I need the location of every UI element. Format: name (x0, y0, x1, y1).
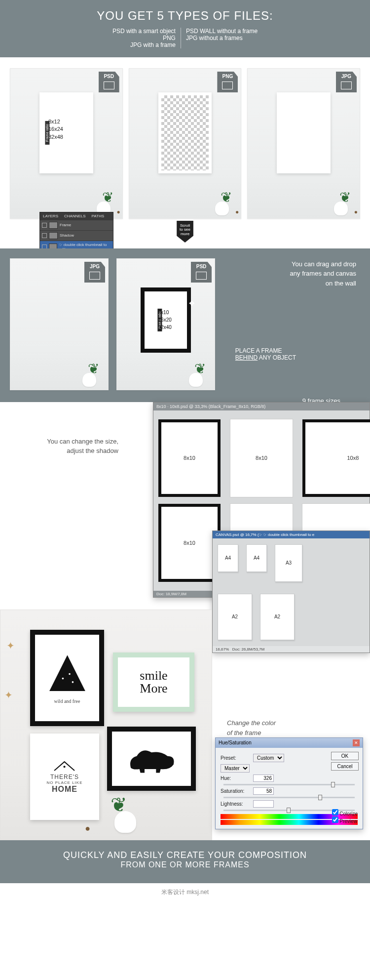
colorize-checkbox[interactable]: Colorize (332, 809, 358, 817)
close-icon[interactable]: ✕ (353, 739, 360, 746)
image-icon (341, 82, 352, 89)
visibility-icon[interactable] (42, 223, 47, 228)
cancel-button[interactable]: Cancel (331, 762, 359, 771)
layer-thumb (49, 222, 58, 229)
footer-line: FROM ONE OR MORE FRAMES (5, 860, 365, 869)
credit-line: 米客设计 mksj.net (0, 883, 370, 904)
draggable-frame[interactable]: Frame ratio 8x10 16x20 32x40 ✥ (141, 287, 191, 353)
canvas-sample[interactable]: A3 (275, 544, 302, 582)
file-type: PSD with a smart object (112, 28, 176, 35)
dialog-titlebar[interactable]: Hue/Saturation ✕ (216, 738, 363, 748)
lightness-label: Lightness: (221, 801, 250, 807)
mockup-jpg: JPG ❦ ● (247, 68, 360, 219)
panel-tabs[interactable]: LAYERS CHANNELS PATHS (40, 212, 113, 220)
frame-size: 8x12 (48, 118, 63, 125)
svg-marker-0 (49, 655, 85, 691)
preset-select[interactable]: Custom (253, 754, 284, 762)
hue-input[interactable] (253, 775, 274, 782)
gallery-frame-bear (107, 727, 196, 791)
layer-row[interactable]: Shadow (40, 230, 113, 241)
layer-name: Shadow (60, 233, 74, 238)
frame-size: 16x24 (48, 125, 63, 133)
canvas-sample[interactable]: A4 (246, 544, 267, 572)
photoshop-layers-panel[interactable]: LAYERS CHANNELS PATHS Frame Shadow ☞ dou… (39, 212, 113, 253)
vase-decor (215, 202, 229, 215)
gallery-frame-smile: smileMore (113, 653, 194, 712)
lightness-input[interactable] (253, 800, 274, 808)
canvas-sample[interactable]: A4 (218, 544, 238, 572)
tepee-icon (45, 652, 90, 696)
mockup-psd-wall: PSD Frame ratio 8x10 16x20 32x40 ✥ ❦ (116, 258, 215, 390)
divider (181, 28, 181, 48)
frame-preview (277, 92, 331, 173)
layer-name: Frame (60, 223, 71, 227)
caption: wild and free (35, 698, 99, 704)
frame-size: 8x10 (158, 309, 172, 316)
window-titlebar[interactable]: CANVAS.psd @ 16,7% (☞ ☞ double click thu… (213, 531, 370, 538)
mockup-jpg-noframe: JPG ❦ (10, 258, 109, 390)
frame-transparent (158, 92, 212, 173)
slider-knob[interactable] (318, 795, 322, 800)
transparency-icon (222, 82, 233, 89)
visibility-icon[interactable] (42, 233, 47, 238)
ok-button[interactable]: OK (331, 752, 359, 760)
svg-point-1 (62, 678, 64, 680)
vase-decor (114, 811, 136, 833)
frame-sample[interactable]: 8x10 (158, 419, 221, 497)
mockup-png: PNG ❦ ● (129, 68, 242, 219)
channel-select[interactable]: Master (221, 764, 250, 773)
hue-slider[interactable] (223, 784, 355, 785)
tab-channels[interactable]: CHANNELS (61, 212, 89, 220)
svg-point-2 (69, 673, 71, 675)
dialog-title: Hue/Saturation (219, 740, 252, 745)
jpg-badge: JPG (336, 72, 357, 92)
tab-layers[interactable]: LAYERS (40, 212, 61, 220)
shadow-note: You can change the size, adjust the shad… (15, 437, 118, 456)
layer-row[interactable]: Frame (40, 220, 113, 230)
slider-knob[interactable] (331, 782, 335, 787)
drag-drop-note: You can drag and drop any frames and can… (290, 259, 356, 288)
mockup-row: PSD Frame ratio 8x12 16x24 32x48 ❦ ● PNG… (0, 57, 370, 248)
saturation-input[interactable] (253, 787, 274, 795)
file-types-list: PSD with a smart object PNG JPG with a f… (0, 28, 370, 48)
caption: NO PLACE LIKE (46, 780, 82, 785)
grey-section: You can drag and drop any frames and can… (0, 248, 370, 402)
preview-checkbox[interactable]: Preview (332, 817, 358, 824)
pinecone-decor: ● (235, 208, 239, 215)
caption: HOME (46, 785, 82, 794)
frame-sample[interactable]: 10x8 (302, 419, 370, 497)
svg-point-4 (64, 766, 66, 768)
preset-label: Preset: (221, 755, 250, 761)
svg-point-3 (72, 681, 74, 683)
gallery-frame-home: THERE'S NO PLACE LIKE HOME (30, 734, 99, 820)
psd-badge: PSD (99, 72, 119, 92)
footer-banner: QUICKLY AND EASILY CREATE YOUR COMPOSITI… (0, 840, 370, 883)
layers-icon (196, 272, 207, 280)
saturation-slider[interactable] (223, 797, 355, 798)
slider-knob[interactable] (287, 808, 291, 813)
file-type: JPG with a frame (112, 41, 176, 48)
vase-decor (334, 202, 348, 215)
pinecone-decor: ● (85, 823, 90, 834)
frame-size: 32x40 (158, 324, 172, 331)
scroll-indicator: Scroll to see more (177, 221, 193, 243)
frame-sample[interactable]: 8x10 (230, 419, 293, 497)
gallery-frame-tepee: wild and free (30, 630, 104, 726)
move-cursor-icon: ✥ (189, 299, 195, 307)
file-type: JPG without a frames (186, 35, 258, 41)
star-decor: ✦ (4, 689, 13, 701)
bear-icon (124, 739, 179, 777)
hue-saturation-dialog[interactable]: Hue/Saturation ✕ OK Cancel Preset: Custo… (215, 737, 363, 829)
star-decor: ✦ (6, 640, 15, 652)
hero-banner: YOU GET 5 TYPES OF FILES: PSD with a sma… (0, 0, 370, 57)
jpg-badge: JPG (84, 262, 105, 283)
frame-preview: Frame ratio 8x12 16x24 32x48 (39, 92, 93, 173)
tab-paths[interactable]: PATHS (89, 212, 107, 220)
frame-size: 16x20 (158, 316, 172, 324)
image-icon (89, 272, 100, 280)
layers-icon (104, 82, 114, 89)
caption: THERE'S (46, 774, 82, 780)
mockup-psd: PSD Frame ratio 8x12 16x24 32x48 ❦ ● (10, 68, 123, 219)
window-titlebar[interactable]: 8x10 · 10x8.psd @ 33,3% (Black_Frame_8x1… (153, 403, 370, 410)
frame-sample[interactable]: 8x10 (158, 504, 221, 582)
